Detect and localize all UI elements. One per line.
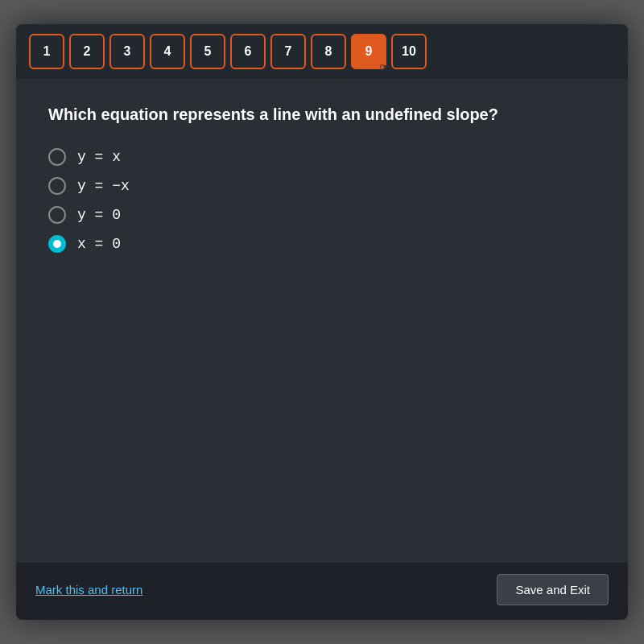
option-a-label: y = x	[77, 149, 121, 165]
option-b-label: y = −x	[77, 178, 130, 194]
tab-2[interactable]: 2	[69, 34, 105, 69]
option-c[interactable]: y = 0	[48, 206, 596, 224]
tab-5[interactable]: 5	[190, 34, 225, 69]
radio-c[interactable]	[48, 206, 66, 224]
radio-d[interactable]	[48, 235, 66, 253]
tab-6[interactable]: 6	[230, 34, 266, 69]
tab-1[interactable]: 1	[29, 34, 64, 69]
footer-bar: Mark this and return Save and Exit	[16, 563, 628, 620]
option-d-label: x = 0	[77, 236, 121, 252]
answer-options: y = x y = −x y = 0 x = 0	[48, 148, 596, 253]
tab-3[interactable]: 3	[109, 34, 145, 69]
tab-7[interactable]: 7	[270, 34, 306, 69]
mark-return-button[interactable]: Mark this and return	[35, 583, 142, 597]
tab-10[interactable]: 10	[391, 34, 427, 69]
radio-b[interactable]	[48, 177, 66, 195]
question-content: Which equation represents a line with an…	[16, 79, 628, 563]
question-text: Which equation represents a line with an…	[48, 103, 596, 126]
question-tabs: 1 2 3 4 5 6 7 8 9 10	[16, 24, 628, 79]
radio-d-fill	[53, 240, 61, 248]
option-c-label: y = 0	[77, 207, 121, 223]
save-exit-button[interactable]: Save and Exit	[497, 574, 609, 605]
tab-9[interactable]: 9	[351, 34, 386, 69]
option-d[interactable]: x = 0	[48, 235, 596, 253]
tab-8[interactable]: 8	[311, 34, 346, 69]
radio-a[interactable]	[48, 148, 66, 166]
option-b[interactable]: y = −x	[48, 177, 596, 195]
tab-4[interactable]: 4	[150, 34, 185, 69]
quiz-screen: 1 2 3 4 5 6 7 8 9 10 Which equation repr…	[16, 24, 628, 620]
option-a[interactable]: y = x	[48, 148, 596, 166]
